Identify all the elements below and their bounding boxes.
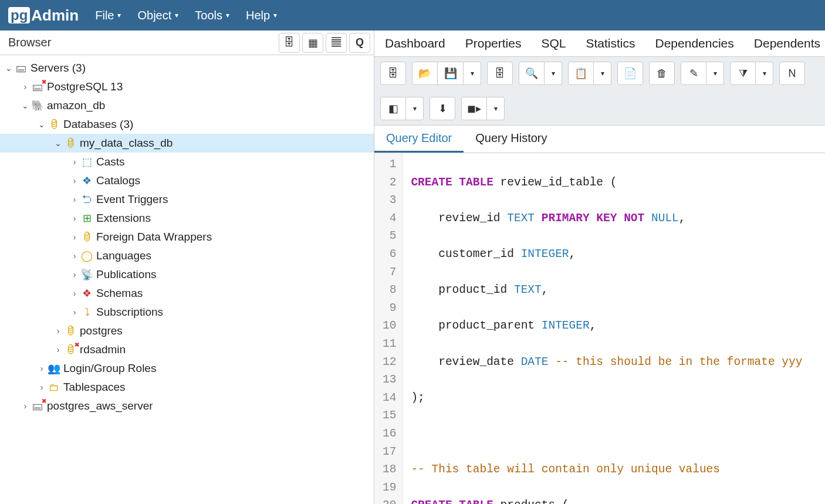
query-tool-icon[interactable]: 🗄 <box>487 62 513 85</box>
connection-icon[interactable]: 🗄 <box>380 62 406 85</box>
tree-loginroles[interactable]: ›👥Login/Group Roles <box>0 359 374 378</box>
caret-right-icon: › <box>69 307 80 317</box>
tab-properties[interactable]: Properties <box>465 36 522 50</box>
delete-icon[interactable]: 🗑 <box>649 62 675 85</box>
copy-icon[interactable]: 📋 <box>568 62 594 85</box>
macro-dropdown[interactable]: ▾ <box>487 97 505 120</box>
tree-databases[interactable]: ⌄🛢Databases (3) <box>0 115 374 134</box>
browser-panel: Browser 🗄 ▦ 𝍤 Q ⌄🖴Servers (3) ›🖴PostgreS… <box>0 31 374 504</box>
find-icon[interactable]: 🔍 <box>519 62 545 85</box>
logo-text: Admin <box>31 6 79 25</box>
filter-dropdown[interactable]: ▾ <box>756 62 773 85</box>
server-disconnected-icon: 🖴 <box>31 81 45 93</box>
casts-icon: ⬚ <box>80 155 94 168</box>
elephant-icon: 🐘 <box>31 99 45 112</box>
event-triggers-icon: ⮌ <box>80 194 94 206</box>
code-area[interactable]: CREATE TABLE review_id_table ( review_id… <box>403 153 802 504</box>
copy-dropdown[interactable]: ▾ <box>594 62 611 85</box>
tree-mydb[interactable]: ⌄🛢my_data_class_db <box>0 134 374 153</box>
tree-casts[interactable]: ›⬚Casts <box>0 153 374 171</box>
subscriptions-icon: ⤵ <box>80 306 94 319</box>
browser-title: Browser <box>8 36 51 49</box>
logo-badge: pg <box>8 7 30 23</box>
tree-schemas[interactable]: ›❖Schemas <box>0 284 374 303</box>
tree-postgres[interactable]: ›🛢postgres <box>0 322 374 340</box>
tree-fdw[interactable]: ›🛢Foreign Data Wrappers <box>0 228 374 246</box>
caret-right-icon: › <box>69 176 80 185</box>
tree-rdsadmin[interactable]: ›🛢rdsadmin <box>0 340 374 359</box>
tab-statistics[interactable]: Statistics <box>586 36 635 50</box>
tree-eventtriggers[interactable]: ›⮌Event Triggers <box>0 190 374 209</box>
paste-icon[interactable]: 📄 <box>617 62 643 85</box>
caret-right-icon: › <box>69 270 80 279</box>
tree-languages[interactable]: ›◯Languages <box>0 246 374 265</box>
tab-query-editor[interactable]: Query Editor <box>374 126 464 153</box>
main-tabs: Dashboard Properties SQL Statistics Depe… <box>374 31 825 57</box>
catalogs-icon: ❖ <box>80 174 94 187</box>
chevron-down-icon: ▾ <box>226 11 229 19</box>
publications-icon: 📡 <box>80 268 94 281</box>
caret-down-icon: ⌄ <box>36 120 47 129</box>
chevron-down-icon: ▾ <box>175 11 178 19</box>
caret-right-icon: › <box>69 232 80 242</box>
menubar: pgAdmin File▾ Object▾ Tools▾ Help▾ <box>0 0 825 31</box>
tree-awsserver[interactable]: ›🖴postgres_aws_server <box>0 397 374 415</box>
tree-subscriptions[interactable]: ›⤵Subscriptions <box>0 303 374 322</box>
tab-dependencies[interactable]: Dependencies <box>655 36 734 50</box>
server-group-icon: 🖴 <box>14 62 28 75</box>
menu-help[interactable]: Help▾ <box>246 9 277 22</box>
database-icon: 🛢 <box>63 325 77 337</box>
download-icon[interactable]: ⬇ <box>430 97 455 120</box>
tree-servers[interactable]: ⌄🖴Servers (3) <box>0 59 374 77</box>
tab-sql[interactable]: SQL <box>541 36 566 50</box>
find-dropdown[interactable]: ▾ <box>545 62 562 85</box>
edit-dropdown[interactable]: ▾ <box>706 62 724 85</box>
editor-tabs: Query Editor Query History <box>374 126 825 153</box>
edit-icon[interactable]: ✎ <box>681 62 706 85</box>
tree-postgresql13[interactable]: ›🖴PostgreSQL 13 <box>0 77 374 96</box>
save-file-icon[interactable]: 💾 <box>438 62 464 85</box>
erase-icon[interactable]: ◧ <box>380 97 406 120</box>
filter-icon[interactable]: ⧩ <box>730 62 756 85</box>
tab-dashboard[interactable]: Dashboard <box>385 36 445 50</box>
caret-right-icon: › <box>69 214 80 223</box>
erase-dropdown[interactable]: ▾ <box>406 97 424 120</box>
sql-editor[interactable]: 1234567891011121314151617181920 CREATE T… <box>374 153 825 504</box>
languages-icon: ◯ <box>80 249 94 262</box>
caret-right-icon: › <box>20 82 31 92</box>
menu-object[interactable]: Object▾ <box>137 9 178 22</box>
truncated-button[interactable]: N <box>779 62 805 85</box>
open-file-icon[interactable]: 📂 <box>412 62 438 85</box>
caret-right-icon: › <box>20 401 31 411</box>
tree-tablespaces[interactable]: ›🗀Tablespaces <box>0 378 374 397</box>
menu-file[interactable]: File▾ <box>95 9 121 22</box>
menu-items: File▾ Object▾ Tools▾ Help▾ <box>95 9 277 22</box>
database-disconnected-icon: 🛢 <box>63 344 77 356</box>
main-panel: Dashboard Properties SQL Statistics Depe… <box>374 31 825 504</box>
tree-catalogs[interactable]: ›❖Catalogs <box>0 171 374 190</box>
server-disconnected-icon: 🖴 <box>31 400 45 412</box>
caret-right-icon: › <box>69 289 80 298</box>
extensions-icon: ⊞ <box>80 212 94 225</box>
menu-tools[interactable]: Tools▾ <box>195 9 229 22</box>
caret-right-icon: › <box>53 345 63 354</box>
caret-right-icon: › <box>36 364 47 373</box>
save-dropdown[interactable]: ▾ <box>464 62 481 85</box>
tree-extensions[interactable]: ›⊞Extensions <box>0 209 374 228</box>
fdw-icon: 🛢 <box>80 231 94 243</box>
caret-down-icon: ⌄ <box>53 138 63 148</box>
caret-down-icon: ⌄ <box>20 101 31 110</box>
tree-amazondb[interactable]: ⌄🐘amazon_db <box>0 96 374 115</box>
query-tool-icon[interactable]: 🗄 <box>279 33 300 53</box>
macro-icon[interactable]: ◼▸ <box>461 97 487 120</box>
tree-publications[interactable]: ›📡Publications <box>0 265 374 284</box>
query-toolbar: 🗄 📂 💾 ▾ 🗄 🔍 ▾ 📋 ▾ 📄 🗑 ✎ ▾ ⧩ <box>374 57 825 126</box>
tab-query-history[interactable]: Query History <box>464 126 559 153</box>
filter-rows-icon[interactable]: 𝍤 <box>326 33 347 53</box>
search-icon[interactable]: Q <box>349 33 370 53</box>
browser-tools: 🗄 ▦ 𝍤 Q <box>279 33 370 53</box>
tab-dependents[interactable]: Dependents <box>754 36 820 50</box>
view-data-icon[interactable]: ▦ <box>302 33 323 53</box>
object-tree: ⌄🖴Servers (3) ›🖴PostgreSQL 13 ⌄🐘amazon_d… <box>0 55 374 504</box>
caret-right-icon: › <box>69 251 80 261</box>
